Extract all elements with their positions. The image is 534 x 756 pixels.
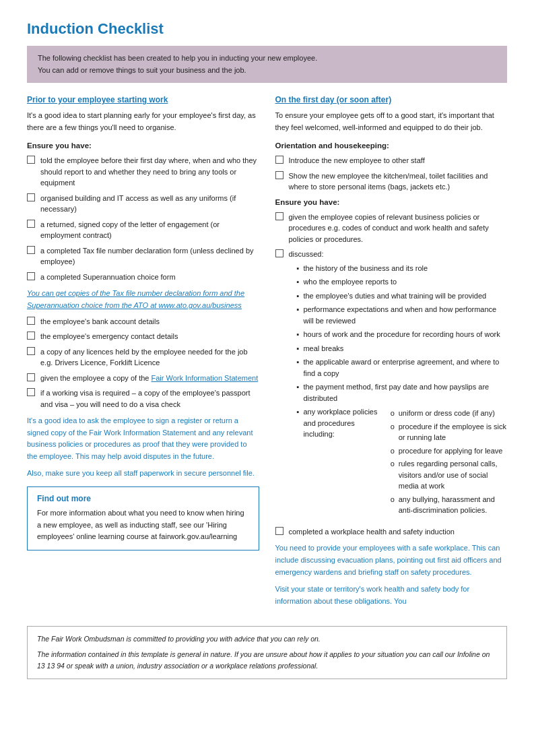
- note-2: Also, make sure you keep all staff paper…: [27, 468, 259, 480]
- intro-box: The following checklist has been created…: [27, 46, 507, 83]
- bullet-item: who the employee reports to: [297, 276, 508, 288]
- checkbox[interactable]: [27, 272, 35, 280]
- checkbox[interactable]: [27, 347, 35, 355]
- find-out-text: For more information about what you need…: [37, 507, 249, 543]
- bullet-item: the history of the business and its role: [297, 263, 508, 274]
- checklist-item: the employee's emergency contact details: [27, 331, 259, 342]
- checklist-item: organised building and IT access as well…: [27, 193, 259, 215]
- bullet-item: meal breaks: [297, 343, 508, 354]
- footer-line1: The Fair Work Ombudsman is committed to …: [37, 633, 497, 645]
- checkbox[interactable]: [27, 193, 35, 201]
- checkbox[interactable]: [27, 373, 35, 381]
- right-section-title: On the first day (or soon after): [275, 95, 508, 104]
- checklist-item: told the employee before their first day…: [27, 155, 259, 189]
- checkbox[interactable]: [27, 317, 35, 325]
- footer-box: The Fair Work Ombudsman is committed to …: [27, 626, 507, 679]
- checkbox[interactable]: [275, 212, 283, 220]
- intro-line1: The following checklist has been created…: [38, 53, 496, 65]
- checklist-item: the employee's bank account details: [27, 316, 259, 327]
- footer-line2: The information contained in this templa…: [37, 649, 497, 672]
- checklist-item: a returned, signed copy of the letter of…: [27, 219, 259, 241]
- checkbox[interactable]: [27, 220, 35, 228]
- checklist-item: a completed Superannuation choice form: [27, 272, 259, 283]
- left-section-intro: It's a good idea to start planning early…: [27, 110, 259, 133]
- right-column: On the first day (or soon after) To ensu…: [275, 95, 508, 612]
- checkbox[interactable]: [275, 171, 283, 179]
- checklist-item: Show the new employee the kitchen/meal, …: [275, 170, 508, 193]
- page-title: Induction Checklist: [27, 20, 507, 38]
- safety-note: You need to provide your employees with …: [275, 542, 508, 578]
- left-column: Prior to your employee starting work It'…: [27, 95, 259, 612]
- checkbox[interactable]: [275, 156, 283, 164]
- visit-note: Visit your state or territory's work hea…: [275, 584, 508, 607]
- checklist-item: a completed Tax file number declaration …: [27, 245, 259, 267]
- discussed-bullets: the history of the business and its role…: [289, 263, 508, 519]
- checklist-item: given the employee a copy of the Fair Wo…: [27, 373, 259, 384]
- checklist-item: discussed: the history of the business a…: [275, 249, 508, 522]
- checklist-item: a copy of any licences held by the emplo…: [27, 346, 259, 369]
- bullet-item: the applicable award or enterprise agree…: [297, 356, 508, 379]
- intro-line2: You can add or remove things to suit you…: [38, 65, 496, 77]
- note-1: It's a good idea to ask the employee to …: [27, 415, 259, 462]
- checklist-item: Introduce the new employee to other staf…: [275, 155, 508, 166]
- bullet-item: the payment method, first pay date and h…: [297, 381, 508, 404]
- main-content: Prior to your employee starting work It'…: [27, 95, 507, 612]
- bullet-item: hours of work and the procedure for reco…: [297, 329, 508, 340]
- checkbox[interactable]: [27, 246, 35, 254]
- checkbox[interactable]: [27, 156, 35, 164]
- fair-work-link[interactable]: Fair Work Information Statement: [152, 374, 259, 382]
- right-section-intro: To ensure your employee gets off to a go…: [275, 110, 508, 133]
- checklist-item: completed a workplace health and safety …: [275, 526, 508, 538]
- sub-bullets: uniform or dress code (if any) procedure…: [380, 408, 507, 518]
- checkbox[interactable]: [27, 388, 35, 396]
- checklist-group-2: the employee's bank account details the …: [27, 316, 259, 410]
- sub-bullet-item: rules regarding personal calls, visitors…: [391, 458, 507, 492]
- orientation-checklist: Introduce the new employee to other staf…: [275, 155, 508, 193]
- ensure-title-right: Ensure you have:: [275, 198, 508, 206]
- find-out-title: Find out more: [37, 494, 249, 503]
- find-out-box: Find out more For more information about…: [27, 486, 259, 550]
- sub-bullet-item: procedure for applying for leave: [391, 445, 507, 457]
- sub-bullet-item: any bullying, harassment and anti-discri…: [391, 494, 507, 516]
- checklist-item: given the employee copies of relevant bu…: [275, 212, 508, 245]
- bullet-item: the employee's duties and what training …: [297, 290, 508, 302]
- checkbox[interactable]: [275, 249, 283, 257]
- checklist-group-1: told the employee before their first day…: [27, 155, 259, 282]
- ato-url[interactable]: www.ato.gov.au/business: [158, 301, 241, 309]
- checkbox[interactable]: [27, 332, 35, 340]
- ensure-title-left: Ensure you have:: [27, 141, 259, 150]
- left-section-title: Prior to your employee starting work: [27, 95, 259, 104]
- ato-link-text: You can get copies of the Tax file numbe…: [27, 288, 259, 311]
- orientation-title: Orientation and housekeeping:: [275, 141, 508, 150]
- bullet-item: any workplace policies and procedures in…: [297, 406, 508, 519]
- bullet-item: performance expectations and when and ho…: [297, 304, 508, 326]
- checkbox[interactable]: [275, 527, 283, 535]
- ensure-checklist: given the employee copies of relevant bu…: [275, 212, 508, 538]
- sub-bullet-item: procedure if the employee is sick or run…: [391, 421, 507, 443]
- checklist-item: if a working visa is required – a copy o…: [27, 387, 259, 410]
- sub-bullet-item: uniform or dress code (if any): [391, 408, 507, 419]
